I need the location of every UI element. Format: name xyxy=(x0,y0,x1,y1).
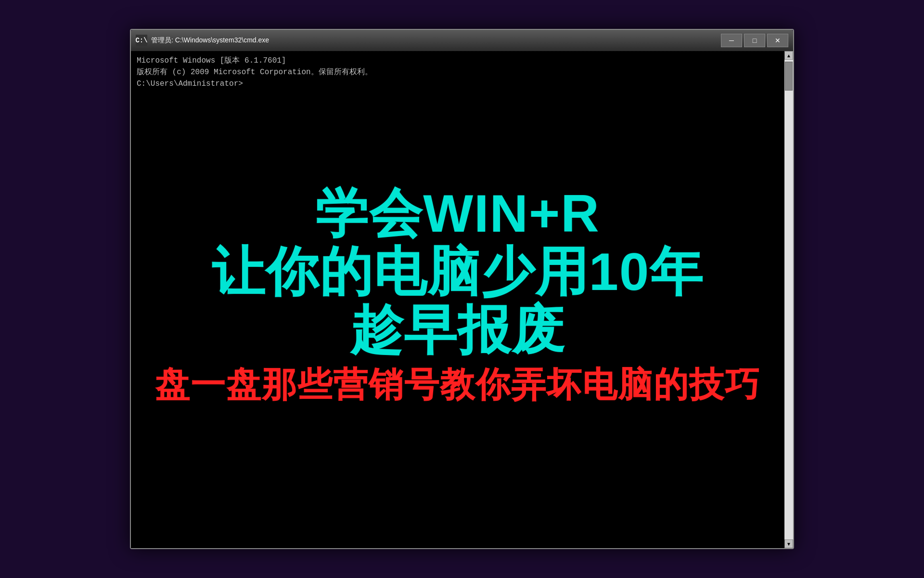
window-title: 管理员: C:\Windows\system32\cmd.exe xyxy=(151,36,721,45)
cmd-window: C:\ 管理员: C:\Windows\system32\cmd.exe ─ □… xyxy=(130,29,794,549)
scrollbar-track[interactable] xyxy=(784,60,793,539)
scroll-down-button[interactable]: ▼ xyxy=(784,539,793,548)
cmd-body: Microsoft Windows [版本 6.1.7601] 版权所有 (c)… xyxy=(131,51,793,548)
terminal-output[interactable]: Microsoft Windows [版本 6.1.7601] 版权所有 (c)… xyxy=(131,51,784,548)
scrollbar[interactable]: ▲ ▼ xyxy=(784,51,793,548)
scrollbar-thumb[interactable] xyxy=(785,62,793,91)
terminal-line-1: Microsoft Windows [版本 6.1.7601] xyxy=(137,55,779,66)
close-button[interactable]: ✕ xyxy=(767,34,788,47)
title-bar: C:\ 管理员: C:\Windows\system32\cmd.exe ─ □… xyxy=(131,30,793,51)
terminal-line-4: C:\Users\Administrator> xyxy=(137,78,779,90)
window-controls: ─ □ ✕ xyxy=(721,34,788,47)
window-icon: C:\ xyxy=(136,35,147,46)
maximize-button[interactable]: □ xyxy=(744,34,765,47)
scroll-up-button[interactable]: ▲ xyxy=(784,51,793,60)
terminal-line-2: 版权所有 (c) 2009 Microsoft Corporation。保留所有… xyxy=(137,66,779,78)
minimize-button[interactable]: ─ xyxy=(721,34,742,47)
